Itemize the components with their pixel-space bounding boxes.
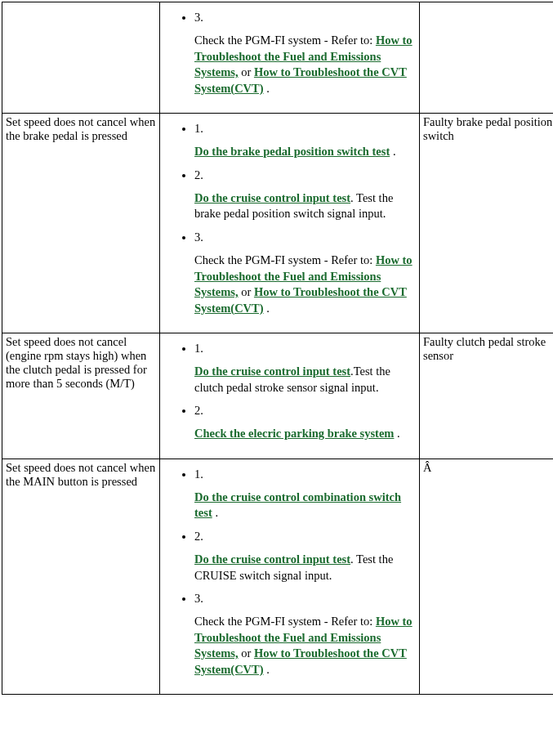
step-text: Check the PGM-FI system - Refer to:: [194, 34, 376, 47]
reference-link[interactable]: Do the cruise control combination switch…: [194, 490, 401, 520]
step-number: 2.: [194, 168, 416, 182]
step-text: .: [264, 663, 270, 676]
reference-link[interactable]: Do the cruise control input test: [194, 365, 350, 378]
step-text: or: [239, 285, 254, 298]
reference-link[interactable]: Do the cruise control input test: [194, 552, 350, 566]
step-text: .: [394, 427, 399, 440]
step-number: 2.: [194, 404, 416, 418]
step-number: 3.: [194, 11, 416, 25]
step-text: .: [390, 145, 395, 158]
step-body: Do the cruise control input test. Test t…: [194, 190, 416, 222]
step-text: or: [239, 646, 254, 660]
step-number: 3.: [194, 230, 416, 244]
procedure-cell: 1.Do the brake pedal position switch tes…: [160, 114, 420, 333]
step-number: 1.: [194, 122, 416, 136]
step-body: Check the PGM-FI system - Refer to: How …: [194, 614, 416, 678]
reference-link[interactable]: Check the elecric parking brake system: [194, 427, 394, 440]
list-item: 3.Check the PGM-FI system - Refer to: Ho…: [194, 592, 416, 678]
cause-cell: Â: [420, 459, 554, 695]
symptom-cell: Set speed does not cancel (engine rpm st…: [2, 333, 160, 459]
cause-cell: Faulty clutch pedal stroke sensor: [420, 333, 554, 459]
list-item: 2.Do the cruise control input test. Test…: [194, 168, 416, 222]
symptom-cell: Set speed does not cancel when the brake…: [2, 114, 160, 333]
list-item: 2.Do the cruise control input test. Test…: [194, 530, 416, 584]
reference-link[interactable]: Do the brake pedal position switch test: [194, 145, 390, 158]
procedure-cell: 1.Do the cruise control combination swit…: [160, 459, 420, 695]
step-text: .: [212, 506, 218, 519]
procedure-cell: 1.Do the cruise control input test.Test …: [160, 333, 420, 459]
step-body: Do the brake pedal position switch test …: [194, 144, 416, 160]
reference-link[interactable]: Do the cruise control input test: [194, 191, 350, 204]
step-body: Check the PGM-FI system - Refer to: How …: [194, 253, 416, 316]
step-number: 1.: [194, 342, 416, 356]
table-row: Set speed does not cancel when the MAIN …: [2, 459, 554, 695]
steps-list: 1.Do the cruise control combination swit…: [163, 467, 416, 678]
step-text: Check the PGM-FI system - Refer to:: [194, 253, 376, 266]
step-text: Check the PGM-FI system - Refer to:: [194, 615, 376, 628]
cause-cell: Faulty brake pedal position switch: [420, 114, 554, 333]
step-text: or: [239, 65, 254, 78]
step-text: .: [264, 82, 270, 95]
list-item: 3.Check the PGM-FI system - Refer to: Ho…: [194, 230, 416, 316]
symptom-cell: [2, 2, 160, 114]
list-item: 3.Check the PGM-FI system - Refer to: Ho…: [194, 11, 416, 96]
step-number: 2.: [194, 530, 416, 544]
step-body: Check the elecric parking brake system .: [194, 426, 416, 442]
step-text: .: [264, 302, 270, 315]
table-row: Set speed does not cancel (engine rpm st…: [2, 333, 554, 459]
cause-cell: [420, 2, 554, 114]
troubleshooting-table: 3.Check the PGM-FI system - Refer to: Ho…: [2, 2, 553, 695]
list-item: 1.Do the cruise control input test.Test …: [194, 342, 416, 396]
step-body: Do the cruise control input test. Test t…: [194, 552, 416, 584]
step-body: Do the cruise control input test.Test th…: [194, 364, 416, 396]
steps-list: 1.Do the brake pedal position switch tes…: [163, 122, 416, 316]
step-body: Check the PGM-FI system - Refer to: How …: [194, 33, 416, 96]
procedure-cell: 3.Check the PGM-FI system - Refer to: Ho…: [160, 2, 420, 114]
list-item: 1.Do the cruise control combination swit…: [194, 467, 416, 521]
steps-list: 1.Do the cruise control input test.Test …: [163, 342, 416, 442]
steps-list: 3.Check the PGM-FI system - Refer to: Ho…: [163, 11, 416, 96]
table-row: 3.Check the PGM-FI system - Refer to: Ho…: [2, 2, 554, 114]
step-body: Do the cruise control combination switch…: [194, 490, 416, 521]
list-item: 1.Do the brake pedal position switch tes…: [194, 122, 416, 160]
step-number: 1.: [194, 467, 416, 481]
table-row: Set speed does not cancel when the brake…: [2, 114, 554, 333]
step-number: 3.: [194, 592, 416, 606]
list-item: 2.Check the elecric parking brake system…: [194, 404, 416, 442]
symptom-cell: Set speed does not cancel when the MAIN …: [2, 459, 160, 695]
